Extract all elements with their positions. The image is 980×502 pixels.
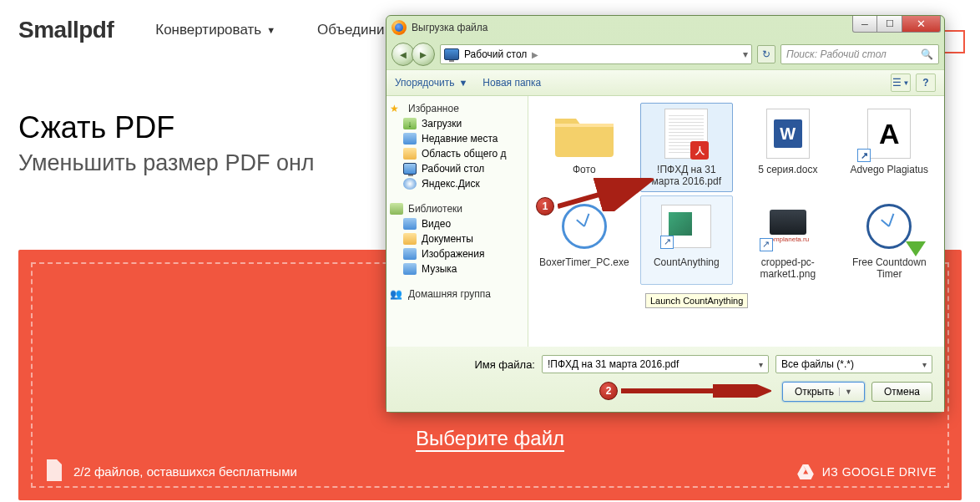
annotation-arrow-2 bbox=[621, 384, 771, 398]
chevron-down-icon[interactable]: ▾ bbox=[743, 48, 748, 60]
chevron-down-icon: ▼ bbox=[458, 78, 467, 88]
file-name: CountAnything bbox=[643, 256, 730, 268]
shortcut-icon: ↗ bbox=[760, 238, 773, 251]
forward-button[interactable]: ► bbox=[412, 43, 435, 66]
music-icon bbox=[403, 263, 417, 275]
tree-item-label: Загрузки bbox=[422, 118, 462, 129]
tree-desktop[interactable]: Рабочий стол bbox=[390, 161, 524, 176]
download-arrow-icon bbox=[906, 241, 926, 256]
breadcrumb-label: Рабочий стол bbox=[464, 48, 527, 60]
open-button[interactable]: Открыть▼ bbox=[782, 382, 865, 402]
close-button[interactable]: ✕ bbox=[902, 16, 941, 33]
files-left: 2/2 файлов, оставшихся бесплатными bbox=[43, 459, 297, 484]
file-grid: Фото 人 !ПФХД на 31 марта 2016.pdf 5 сери… bbox=[528, 96, 944, 347]
dialog-title: Выгрузка файла bbox=[412, 22, 488, 33]
tree-images[interactable]: Изображения bbox=[390, 246, 524, 261]
logo[interactable]: Smallpdf bbox=[18, 17, 114, 43]
recent-icon bbox=[403, 133, 417, 145]
firefox-icon bbox=[391, 20, 407, 35]
app-thumb: A↗ bbox=[859, 107, 919, 160]
folder-icon bbox=[551, 107, 618, 160]
shortcut-icon: ↗ bbox=[660, 236, 674, 249]
tree-libraries[interactable]: Библиотеки bbox=[390, 203, 524, 215]
tree-favorites-label: Избранное bbox=[408, 103, 459, 114]
images-icon bbox=[403, 248, 417, 260]
nav-merge[interactable]: Объедини bbox=[317, 22, 384, 38]
chevron-down-icon: ▼ bbox=[266, 25, 275, 35]
file-item-png[interactable]: complaneta.ru↗ cropped-pc-market1.png bbox=[741, 195, 834, 285]
file-name: Advego Plagiatus bbox=[846, 164, 933, 175]
maximize-button[interactable]: ☐ bbox=[877, 16, 902, 33]
tree-libraries-label: Библиотеки bbox=[408, 203, 462, 215]
tree-item-label: Изображения bbox=[422, 248, 484, 260]
from-google-drive[interactable]: ИЗ GOOGLE DRIVE bbox=[797, 464, 937, 479]
file-name: cropped-pc-market1.png bbox=[744, 256, 831, 281]
tree-documents[interactable]: Документы bbox=[390, 231, 524, 246]
annotation-2: 2 bbox=[599, 382, 618, 400]
tree-item-label: Яндекс.Диск bbox=[422, 178, 480, 190]
annotation-badge: 2 bbox=[599, 382, 618, 400]
filename-input[interactable]: !ПФХД на 31 марта 2016.pdf bbox=[542, 355, 769, 373]
clock-thumb bbox=[859, 200, 919, 253]
view-options-button[interactable]: ☰▼ bbox=[891, 74, 911, 92]
search-icon: 🔍 bbox=[921, 48, 933, 60]
pdf-badge-icon: 人 bbox=[690, 141, 709, 160]
file-type-filter[interactable]: Все файлы (*.*) bbox=[775, 355, 932, 373]
file-item-countdown[interactable]: Free Countdown Timer bbox=[843, 195, 936, 285]
nav-merge-label: Объедини bbox=[317, 22, 384, 38]
image-thumb: complaneta.ru↗ bbox=[758, 200, 818, 253]
star-icon: ★ bbox=[390, 103, 403, 114]
cancel-button[interactable]: Отмена bbox=[871, 382, 932, 402]
tree-item-label: Видео bbox=[422, 218, 451, 230]
new-folder-button[interactable]: Новая папка bbox=[482, 77, 541, 89]
tree-video[interactable]: Видео bbox=[390, 216, 524, 231]
tree-recent[interactable]: Недавние места bbox=[390, 131, 524, 146]
nav-convert-label: Конвертировать bbox=[155, 22, 261, 38]
chevron-right-icon: ▶ bbox=[532, 50, 538, 59]
choose-file-link[interactable]: Выберите файл bbox=[416, 427, 564, 450]
dialog-titlebar[interactable]: Выгрузка файла ─ ☐ ✕ bbox=[386, 16, 944, 39]
folder-icon bbox=[403, 148, 417, 160]
annotation-1: 1 bbox=[536, 197, 554, 216]
files-left-text: 2/2 файлов, оставшихся бесплатными bbox=[73, 464, 297, 479]
dialog-bottom: Имя файла: !ПФХД на 31 марта 2016.pdf Вс… bbox=[386, 347, 944, 412]
tooltip: Launch CountAnything bbox=[645, 293, 748, 308]
file-item-countanything[interactable]: ↗ CountAnything bbox=[640, 195, 733, 285]
minimize-button[interactable]: ─ bbox=[852, 16, 877, 33]
file-item-advego[interactable]: A↗ Advego Plagiatus bbox=[843, 103, 936, 192]
open-dropdown-icon[interactable]: ▼ bbox=[839, 388, 852, 396]
tree-item-label: Недавние места bbox=[422, 133, 498, 145]
search-input[interactable]: Поиск: Рабочий стол 🔍 bbox=[780, 44, 939, 64]
tree-yandex[interactable]: Яндекс.Диск bbox=[390, 176, 524, 191]
documents-icon bbox=[403, 233, 417, 245]
tree-downloads[interactable]: ↓Загрузки bbox=[390, 116, 524, 131]
dialog-toolbar: Упорядочить▼ Новая папка ☰▼ ? bbox=[386, 69, 944, 96]
tree-music[interactable]: Музыка bbox=[390, 261, 524, 276]
folder-tree: ★Избранное ↓Загрузки Недавние места Обла… bbox=[386, 96, 528, 347]
breadcrumb[interactable]: Рабочий стол ▶ ▾ bbox=[440, 44, 752, 64]
tree-item-label: Рабочий стол bbox=[422, 163, 484, 175]
nav-convert[interactable]: Конвертировать▼ bbox=[155, 22, 275, 38]
help-button[interactable]: ? bbox=[916, 74, 936, 92]
organize-menu[interactable]: Упорядочить▼ bbox=[395, 77, 467, 89]
file-name: !ПФХД на 31 марта 2016.pdf bbox=[643, 164, 730, 188]
annotation-arrow-1 bbox=[558, 178, 654, 211]
pdf-thumb: 人 bbox=[656, 107, 716, 160]
library-icon bbox=[390, 203, 403, 215]
svg-line-0 bbox=[558, 181, 646, 206]
tree-homegroup[interactable]: 👥Домашняя группа bbox=[390, 288, 524, 300]
video-icon bbox=[403, 218, 417, 230]
tree-favorites[interactable]: ★Избранное bbox=[390, 103, 524, 114]
highlight-box bbox=[943, 30, 965, 53]
file-item-docx[interactable]: 5 серия.docx bbox=[741, 103, 834, 192]
file-name: Free Countdown Timer bbox=[846, 256, 933, 281]
file-item-pdf[interactable]: 人 !ПФХД на 31 марта 2016.pdf bbox=[640, 103, 733, 192]
desktop-icon bbox=[403, 163, 417, 175]
yandex-disk-icon bbox=[403, 178, 417, 190]
dialog-nav-row: ◄ ► Рабочий стол ▶ ▾ ↻ Поиск: Рабочий ст… bbox=[386, 39, 944, 69]
refresh-button[interactable]: ↻ bbox=[757, 45, 775, 63]
tree-public[interactable]: Область общего д bbox=[390, 146, 524, 161]
download-icon: ↓ bbox=[403, 118, 417, 129]
shortcut-icon: ↗ bbox=[857, 149, 871, 162]
file-name: BoxerTimer_PC.exe bbox=[539, 256, 629, 268]
